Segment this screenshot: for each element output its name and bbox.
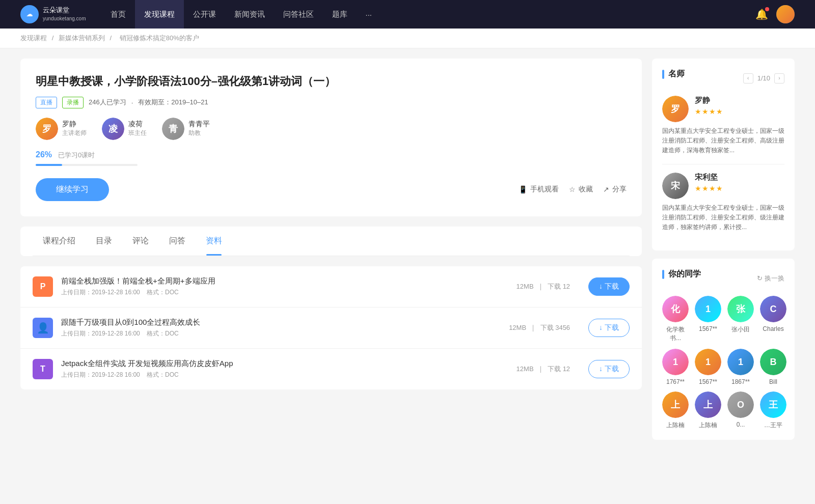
sidebar-teacher-stars-1: ★★★★: [695, 184, 723, 192]
resource-downloads-0: 下载 12: [548, 283, 570, 290]
resource-item-2: T Jetpack全组件实战 开发短视频应用高仿皮皮虾App 上传日期：2019…: [20, 349, 642, 389]
logo[interactable]: ☁ 云朵课堂yunduoketang.com: [20, 5, 86, 23]
resource-meta-2: 上传日期：2019-12-28 16:00 格式：DOC: [61, 371, 498, 379]
sidebar-teacher-1: 宋 宋利坚 ★★★★ 国内某重点大学安全工程专业硕士，国家一级注册消防工程师、注…: [662, 173, 784, 233]
resource-stats-2: 12MB ｜ 下载 12: [517, 365, 570, 374]
tab-comments[interactable]: 评论: [122, 227, 159, 256]
teacher-item-1: 凌 凌荷 班主任: [102, 118, 147, 140]
tab-qa[interactable]: 问答: [159, 227, 196, 256]
tabs-card: 课程介绍 目录 评论 问答 资料: [20, 227, 642, 256]
meta-dot: ·: [131, 99, 133, 106]
star-icon: ☆: [569, 185, 576, 193]
course-meta: 直播 录播 246人已学习 · 有效期至：2019–10–21: [36, 97, 627, 108]
student-item-0: 化 化学教书...: [662, 296, 689, 343]
teacher-role-1: 班主任: [128, 129, 147, 137]
teachers-sidebar-card: 名师 ‹ 1/10 › 罗 罗静 ★★★★: [652, 59, 795, 250]
teacher-name-0: 罗静: [62, 120, 87, 129]
share-icon: ↗: [603, 185, 609, 193]
main-container: 明星中教授课，小学阶段语法100分–强化级第1讲动词（一） 直播 录播 246人…: [0, 48, 815, 458]
student-name-8: 上陈楠: [666, 421, 685, 430]
breadcrumb-link-2[interactable]: 新媒体营销系列: [59, 34, 105, 42]
resource-item-1: 👤 跟随千万级项目从0到100全过程高效成长 上传日期：2019-12-28 1…: [20, 307, 642, 349]
refresh-students-btn[interactable]: ↻ 换一换: [757, 274, 784, 283]
resource-date-0: 上传日期：2019-12-28 16:00: [61, 289, 140, 296]
student-item-6: 1 1867**: [727, 349, 754, 385]
teacher-info-0: 罗静 主讲老师: [62, 120, 87, 137]
student-item-1: 1 1567**: [695, 296, 721, 343]
teacher-name-2: 青青平: [188, 120, 210, 129]
breadcrumb-sep-2: /: [110, 34, 113, 42]
sidebar-teacher-avatar-0: 罗: [662, 96, 689, 122]
tab-contents[interactable]: 目录: [86, 227, 122, 256]
tab-resources[interactable]: 资料: [196, 227, 232, 256]
badge-record: 录播: [62, 97, 84, 108]
action-favorite[interactable]: ☆ 收藏: [569, 185, 593, 194]
student-avatar-8: 上: [662, 391, 689, 418]
notification-bell[interactable]: 🔔: [755, 8, 768, 20]
resource-format-1: 格式：DOC: [147, 330, 179, 337]
mobile-icon: 📱: [519, 185, 527, 193]
badge-live: 直播: [36, 97, 57, 108]
student-item-4: 1 1767**: [662, 349, 689, 385]
breadcrumb-link-1[interactable]: 发现课程: [20, 34, 47, 42]
resource-date-2: 上传日期：2019-12-28 16:00: [61, 371, 140, 378]
student-avatar-11: 王: [760, 391, 786, 418]
user-avatar-img: [776, 5, 795, 23]
teacher-nav-prev[interactable]: ‹: [743, 73, 753, 83]
resource-format-2: 格式：DOC: [147, 371, 179, 378]
action-mobile[interactable]: 📱 手机观看: [519, 185, 559, 194]
nav-item-discover[interactable]: 发现课程: [135, 0, 184, 29]
nav-item-qa[interactable]: 问答社区: [274, 0, 323, 29]
download-btn-1[interactable]: ↓ 下载: [588, 319, 630, 337]
student-item-10: O 0...: [727, 391, 754, 430]
course-title: 明星中教授课，小学阶段语法100分–强化级第1讲动词（一）: [36, 74, 627, 90]
sidebar-teacher-row-0: 罗 罗静 ★★★★: [662, 96, 784, 122]
teacher-divider: [662, 164, 784, 164]
resource-format-0: 格式：DOC: [147, 289, 179, 296]
sidebar-teacher-desc-0: 国内某重点大学安全工程专业硕士，国家一级注册消防工程师、注册安全工程师、高级注册…: [662, 126, 784, 156]
progress-pct: 26%: [36, 150, 52, 159]
resource-name-2: Jetpack全组件实战 开发短视频应用高仿皮皮虾App: [61, 359, 498, 369]
download-btn-2[interactable]: ↓ 下载: [588, 360, 630, 378]
teacher-avatar-1: 凌: [102, 118, 124, 140]
teacher-nav-page: 1/10: [757, 74, 770, 82]
sidebar-teacher-row-1: 宋 宋利坚 ★★★★: [662, 173, 784, 199]
student-avatar-4: 1: [662, 349, 689, 375]
sidebar-teacher-0: 罗 罗静 ★★★★ 国内某重点大学安全工程专业硕士，国家一级注册消防工程师、注册…: [662, 96, 784, 156]
study-button[interactable]: 继续学习: [36, 178, 109, 201]
valid-until: 有效期至：2019–10–21: [138, 98, 208, 107]
nav-item-news[interactable]: 新闻资讯: [225, 0, 274, 29]
student-item-2: 张 张小田: [727, 296, 754, 343]
action-share[interactable]: ↗ 分享: [603, 185, 627, 194]
download-btn-0[interactable]: ↓ 下载: [588, 277, 630, 296]
notification-dot: [765, 7, 769, 11]
student-avatar-0: 化: [662, 296, 689, 322]
teachers-sidebar-title: 名师: [662, 69, 685, 79]
student-avatar-9: 上: [695, 391, 721, 418]
student-name-6: 1867**: [731, 378, 750, 385]
progress-text: 已学习0课时: [58, 151, 95, 159]
resource-info-1: 跟随千万级项目从0到100全过程高效成长 上传日期：2019-12-28 16:…: [61, 318, 491, 338]
student-avatar-7: B: [760, 349, 786, 375]
sidebar: 名师 ‹ 1/10 › 罗 罗静 ★★★★: [652, 59, 795, 448]
nav-item-more[interactable]: ···: [357, 0, 382, 29]
students-sidebar-title: 你的同学: [662, 269, 701, 279]
resource-list: P 前端全栈加强版！前端全栈+全周期+多端应用 上传日期：2019-12-28 …: [20, 266, 642, 389]
nav-items: 首页 发现课程 公开课 新闻资讯 问答社区 题库 ···: [101, 0, 755, 29]
nav-right: 🔔: [755, 5, 795, 23]
study-count: 246人已学习: [89, 98, 126, 107]
nav-item-home[interactable]: 首页: [101, 0, 135, 29]
nav-item-open[interactable]: 公开课: [184, 0, 225, 29]
refresh-label: 换一换: [765, 274, 784, 283]
resource-info-0: 前端全栈加强版！前端全栈+全周期+多端应用 上传日期：2019-12-28 16…: [61, 276, 498, 297]
teacher-avatar-0: 罗: [36, 118, 58, 140]
tab-intro[interactable]: 课程介绍: [33, 227, 86, 256]
teacher-info-1: 凌荷 班主任: [128, 120, 147, 137]
teacher-nav-next[interactable]: ›: [774, 73, 784, 83]
course-actions: 继续学习 📱 手机观看 ☆ 收藏 ↗ 分享: [36, 178, 627, 201]
resource-stats-0: 12MB ｜ 下载 12: [517, 282, 570, 291]
student-item-5: 1 1567**: [695, 349, 721, 385]
user-avatar-nav[interactable]: [776, 5, 795, 23]
resource-name-1: 跟随千万级项目从0到100全过程高效成长: [61, 318, 491, 327]
nav-item-questions[interactable]: 题库: [323, 0, 357, 29]
